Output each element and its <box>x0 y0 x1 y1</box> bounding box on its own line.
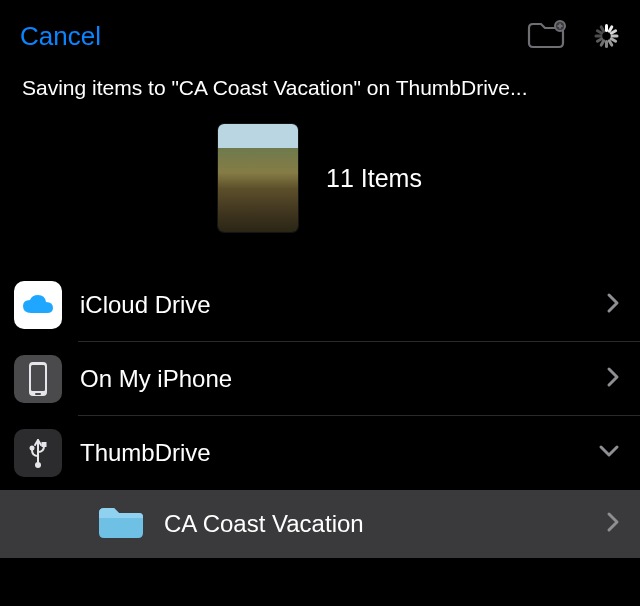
svg-rect-6 <box>42 442 47 447</box>
status-text: Saving items to "CA Coast Vacation" on T… <box>0 68 640 100</box>
locations-list: iCloud Drive On My iPhone <box>0 268 640 558</box>
svg-rect-3 <box>35 393 41 395</box>
location-row-iphone[interactable]: On My iPhone <box>0 342 640 416</box>
header-actions <box>526 18 620 54</box>
spinner-icon <box>592 22 620 50</box>
folder-row-selected[interactable]: CA Coast Vacation <box>0 490 640 558</box>
header: Cancel <box>0 0 640 68</box>
chevron-right-icon <box>606 366 620 392</box>
svg-rect-2 <box>31 365 45 391</box>
location-label: iCloud Drive <box>80 291 588 319</box>
preview-row: 11 Items <box>0 124 640 232</box>
svg-point-5 <box>30 446 35 451</box>
preview-thumbnail <box>218 124 298 232</box>
location-row-thumbdrive[interactable]: ThumbDrive <box>0 416 640 490</box>
svg-point-4 <box>35 462 41 468</box>
location-label: ThumbDrive <box>80 439 580 467</box>
location-label: On My iPhone <box>80 365 588 393</box>
usb-icon <box>14 429 62 477</box>
chevron-right-icon <box>606 292 620 318</box>
new-folder-icon[interactable] <box>526 18 566 54</box>
chevron-down-icon <box>598 444 620 462</box>
chevron-right-icon <box>606 511 620 537</box>
iphone-icon <box>14 355 62 403</box>
folder-label: CA Coast Vacation <box>164 510 588 538</box>
items-count-label: 11 Items <box>326 164 422 193</box>
folder-icon <box>96 503 146 545</box>
icloud-icon <box>14 281 62 329</box>
location-row-icloud[interactable]: iCloud Drive <box>0 268 640 342</box>
cancel-button[interactable]: Cancel <box>20 21 101 52</box>
